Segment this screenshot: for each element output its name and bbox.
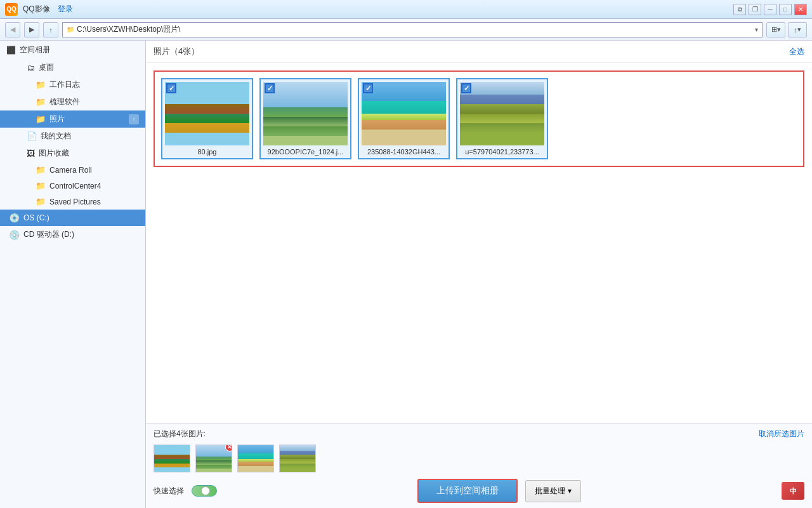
close-button[interactable]: ✕ <box>794 4 807 15</box>
content-header: 照片（4张） 全选 <box>146 41 812 63</box>
docs-icon: 📄 <box>27 131 37 141</box>
sidebar-item-control-center[interactable]: 📁 ControlCenter4 <box>0 178 145 194</box>
view-sort-button[interactable]: ↕ ▾ <box>788 22 807 37</box>
disk-icon: 💿 <box>9 213 20 223</box>
photo-name-2: 92bOOOPIC7e_1024.j... <box>263 148 348 156</box>
grid-dropdown-icon: ▾ <box>777 25 781 34</box>
thumb-3[interactable] <box>237 444 274 472</box>
photo3-thumbnail <box>362 82 446 145</box>
address-bar[interactable]: 📁 C:\Users\XZWH\Desktop\照片\ ▾ <box>62 22 763 37</box>
sidebar-cd-label: CD 驱动器 (D:) <box>23 229 74 240</box>
albums-icon: ⬛ <box>6 46 16 55</box>
bottom-actions: 快速选择 上传到空间相册 批量处理 ▾ 中 <box>154 479 804 503</box>
sidebar-cc-label: ControlCenter4 <box>49 182 101 190</box>
titlebar: QQ QQ影像 登录 ⧉ ❐ ─ □ ✕ <box>0 0 812 19</box>
thumb3-img <box>238 445 274 472</box>
sidebar-albums-label[interactable]: 空间相册 <box>20 44 50 55</box>
photo-name-3: 235088-14032GH443... <box>362 148 446 156</box>
sidebar: ⬛ 空间相册 🗂 桌面 📁 工作日志 📁 梳理软件 📁 照片 ↑ 📄 我的文档 … <box>0 41 146 508</box>
quick-select-toggle[interactable] <box>192 485 217 497</box>
up-button[interactable]: ↑ <box>43 22 58 37</box>
deselect-all-button[interactable]: 取消所选图片 <box>759 429 804 439</box>
selected-count-label: 已选择4张图片: <box>154 429 206 439</box>
sidebar-item-organize[interactable]: 📁 梳理软件 <box>0 93 145 110</box>
sidebar-pic-label: 图片收藏 <box>39 148 69 159</box>
folder-icon: 📁 <box>67 26 74 33</box>
selection-border: ✓ 80.jpg ✓ 92bOOOPIC7e_1024.j... <box>154 70 804 167</box>
content-area: 照片（4张） 全选 ✓ 80.jpg ✓ <box>146 41 812 508</box>
photo-item-1[interactable]: ✓ 80.jpg <box>161 78 253 159</box>
batch-button[interactable]: 批量处理 ▾ <box>525 480 581 502</box>
select-all-button[interactable]: 全选 <box>789 46 804 57</box>
sidebar-desktop-label: 桌面 <box>39 62 54 73</box>
logo-text: QQ <box>6 6 16 13</box>
sidebar-docs-label: 我的文档 <box>41 131 71 142</box>
sidebar-photos-label: 照片 <box>49 114 65 124</box>
sidebar-albums-section: ⬛ 空间相册 <box>0 41 145 59</box>
minimize-button[interactable]: ─ <box>764 4 776 15</box>
sidebar-item-camera-roll[interactable]: 📁 Camera Roll <box>0 162 145 178</box>
photo-item-2[interactable]: ✓ 92bOOOPIC7e_1024.j... <box>259 78 351 159</box>
back-button[interactable]: ◀ <box>5 22 20 37</box>
pic-icon: 🖼 <box>27 149 35 158</box>
checkbox-2[interactable]: ✓ <box>265 83 275 93</box>
app-title: QQ影像 <box>23 4 50 15</box>
sidebar-item-pic-collection[interactable]: 🖼 图片收藏 <box>0 145 145 162</box>
folder-icon: 📁 <box>36 114 46 124</box>
checkbox-1[interactable]: ✓ <box>166 83 176 93</box>
sort-dropdown-icon: ▾ <box>797 25 801 34</box>
sidebar-os-label: OS (C:) <box>23 213 49 222</box>
photo-grid: ✓ 80.jpg ✓ 92bOOOPIC7e_1024.j... <box>161 78 797 159</box>
photo-img-2 <box>263 82 348 145</box>
photo-item-4[interactable]: ✓ u=579704021,233773... <box>456 78 548 159</box>
sidebar-item-saved-pictures[interactable]: 📁 Saved Pictures <box>0 194 145 210</box>
thumb4-img <box>280 445 316 472</box>
maximize-button[interactable]: □ <box>779 4 792 15</box>
address-text: C:\Users\XZWH\Desktop\照片\ <box>77 24 180 35</box>
toolbar-right: ⊞ ▾ ↕ ▾ <box>766 22 807 37</box>
thumb-4[interactable] <box>279 444 316 472</box>
thumb-2[interactable]: ✕ <box>195 444 232 472</box>
sidebar-item-work-diary[interactable]: 📁 工作日志 <box>0 76 145 93</box>
toolbar: ◀ ▶ ↑ 📁 C:\Users\XZWH\Desktop\照片\ ▾ ⊞ ▾ … <box>0 19 812 41</box>
photo-img-4 <box>460 82 544 145</box>
view-grid-button[interactable]: ⊞ ▾ <box>766 22 785 37</box>
folder-icon: 📁 <box>36 181 46 190</box>
sidebar-item-os-c[interactable]: 💿 OS (C:) <box>0 210 145 226</box>
thumb2-remove-button[interactable]: ✕ <box>225 444 232 451</box>
login-link[interactable]: 登录 <box>58 4 73 15</box>
sidebar-item-photos[interactable]: 📁 照片 ↑ <box>0 110 145 128</box>
sogou-label: 中 <box>790 486 797 496</box>
photo-img-3 <box>362 82 446 145</box>
folder-icon: 🗂 <box>27 63 35 72</box>
sidebar-item-my-docs[interactable]: 📄 我的文档 <box>0 128 145 145</box>
sidebar-item-cd[interactable]: 💿 CD 驱动器 (D:) <box>0 226 145 243</box>
upload-button[interactable]: 上传到空间相册 <box>417 479 518 503</box>
sidebar-organize-label: 梳理软件 <box>49 97 80 107</box>
sidebar-camera-label: Camera Roll <box>49 166 92 175</box>
checkbox-4[interactable]: ✓ <box>461 83 471 93</box>
checkbox-3[interactable]: ✓ <box>363 83 373 93</box>
main-layout: ⬛ 空间相册 🗂 桌面 📁 工作日志 📁 梳理软件 📁 照片 ↑ 📄 我的文档 … <box>0 41 812 508</box>
pip-button[interactable]: ⧉ <box>733 4 746 15</box>
photo-item-3[interactable]: ✓ 235088-14032GH443... <box>358 78 450 159</box>
photo2-thumbnail <box>263 82 348 145</box>
bottom-header: 已选择4张图片: 取消所选图片 <box>154 429 804 439</box>
sidebar-item-desktop[interactable]: 🗂 桌面 <box>0 59 145 76</box>
folder-icon: 📁 <box>36 197 46 206</box>
folder-icon: 📁 <box>36 80 46 90</box>
sogou-icon: 中 <box>782 482 804 500</box>
address-dropdown-icon[interactable]: ▾ <box>755 26 758 33</box>
grid-icon: ⊞ <box>771 25 777 34</box>
photo1-thumbnail <box>165 82 249 145</box>
window-controls: ⧉ ❐ ─ □ ✕ <box>733 4 807 15</box>
batch-dropdown-icon: ▾ <box>568 486 572 495</box>
photo4-thumbnail <box>460 82 544 145</box>
thumb-1[interactable] <box>154 444 190 472</box>
quick-select-label: 快速选择 <box>154 486 184 497</box>
content-title: 照片（4张） <box>154 46 199 57</box>
restore-button[interactable]: ❐ <box>749 4 761 15</box>
photo-img-1 <box>165 82 249 145</box>
folder-icon: 📁 <box>36 165 46 175</box>
forward-button[interactable]: ▶ <box>24 22 39 37</box>
